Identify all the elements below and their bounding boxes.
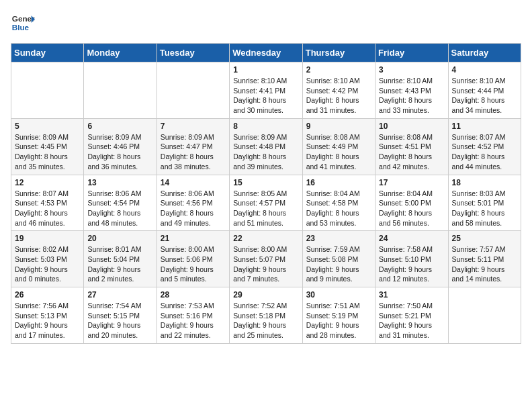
day-info: Sunrise: 8:01 AMSunset: 5:04 PMDaylight:… <box>87 244 152 284</box>
day-number: 9 <box>306 122 371 131</box>
day-number: 30 <box>306 290 371 300</box>
day-number: 14 <box>161 178 226 187</box>
calendar-week-1: 1Sunrise: 8:10 AMSunset: 4:41 PMDaylight… <box>11 62 521 119</box>
day-number: 23 <box>306 234 371 243</box>
day-number: 15 <box>233 178 298 187</box>
calendar-cell: 8Sunrise: 8:09 AMSunset: 4:48 PMDaylight… <box>230 118 302 175</box>
day-info: Sunrise: 7:51 AMSunset: 5:19 PMDaylight:… <box>306 301 371 340</box>
day-number: 3 <box>379 65 444 75</box>
day-info: Sunrise: 8:04 AMSunset: 4:58 PMDaylight:… <box>306 189 371 228</box>
page-header: General Blue <box>11 11 521 35</box>
calendar-cell <box>157 62 229 119</box>
day-info: Sunrise: 8:09 AMSunset: 4:47 PMDaylight:… <box>161 132 226 172</box>
day-info: Sunrise: 8:10 AMSunset: 4:44 PMDaylight:… <box>452 76 517 116</box>
weekday-header-friday: Friday <box>375 44 448 62</box>
calendar-cell: 30Sunrise: 7:51 AMSunset: 5:19 PMDayligh… <box>302 287 375 344</box>
calendar-cell: 28Sunrise: 7:53 AMSunset: 5:16 PMDayligh… <box>157 287 229 344</box>
calendar-cell <box>448 287 521 344</box>
day-number: 24 <box>379 234 444 243</box>
weekday-header-thursday: Thursday <box>302 44 375 62</box>
calendar-cell: 9Sunrise: 8:08 AMSunset: 4:49 PMDaylight… <box>302 118 375 175</box>
day-number: 21 <box>161 234 226 243</box>
day-number: 31 <box>379 290 444 300</box>
calendar-cell: 1Sunrise: 8:10 AMSunset: 4:41 PMDaylight… <box>230 62 302 119</box>
calendar-table: SundayMondayTuesdayWednesdayThursdayFrid… <box>11 43 521 344</box>
calendar-cell <box>84 62 157 119</box>
day-info: Sunrise: 8:00 AMSunset: 5:06 PMDaylight:… <box>161 244 226 284</box>
day-info: Sunrise: 8:07 AMSunset: 4:52 PMDaylight:… <box>452 132 517 172</box>
day-number: 13 <box>87 178 152 187</box>
svg-text:Blue: Blue <box>12 23 30 32</box>
day-number: 20 <box>87 234 152 243</box>
day-number: 29 <box>233 290 298 300</box>
day-number: 5 <box>15 122 80 131</box>
calendar-cell: 2Sunrise: 8:10 AMSunset: 4:42 PMDaylight… <box>302 62 375 119</box>
day-number: 19 <box>15 234 80 243</box>
day-info: Sunrise: 8:08 AMSunset: 4:51 PMDaylight:… <box>379 132 444 172</box>
day-info: Sunrise: 7:58 AMSunset: 5:10 PMDaylight:… <box>379 244 444 284</box>
calendar-week-5: 26Sunrise: 7:56 AMSunset: 5:13 PMDayligh… <box>11 287 521 344</box>
calendar-cell: 20Sunrise: 8:01 AMSunset: 5:04 PMDayligh… <box>84 231 157 287</box>
calendar-cell: 21Sunrise: 8:00 AMSunset: 5:06 PMDayligh… <box>157 231 229 287</box>
day-number: 26 <box>15 290 80 300</box>
weekday-header-saturday: Saturday <box>448 44 521 62</box>
day-info: Sunrise: 8:00 AMSunset: 5:07 PMDaylight:… <box>233 244 298 284</box>
weekday-header-monday: Monday <box>84 44 157 62</box>
day-info: Sunrise: 8:06 AMSunset: 4:54 PMDaylight:… <box>87 189 152 228</box>
logo: General Blue <box>11 11 35 35</box>
day-info: Sunrise: 8:02 AMSunset: 5:03 PMDaylight:… <box>15 244 80 284</box>
calendar-week-4: 19Sunrise: 8:02 AMSunset: 5:03 PMDayligh… <box>11 231 521 287</box>
day-info: Sunrise: 8:06 AMSunset: 4:56 PMDaylight:… <box>161 189 226 228</box>
calendar-cell: 23Sunrise: 7:59 AMSunset: 5:08 PMDayligh… <box>302 231 375 287</box>
day-number: 16 <box>306 178 371 187</box>
calendar-cell: 14Sunrise: 8:06 AMSunset: 4:56 PMDayligh… <box>157 175 229 231</box>
calendar-cell: 15Sunrise: 8:05 AMSunset: 4:57 PMDayligh… <box>230 175 302 231</box>
day-info: Sunrise: 7:53 AMSunset: 5:16 PMDaylight:… <box>161 301 226 340</box>
day-number: 8 <box>233 122 298 131</box>
day-number: 11 <box>452 122 517 131</box>
calendar-cell: 13Sunrise: 8:06 AMSunset: 4:54 PMDayligh… <box>84 175 157 231</box>
day-number: 2 <box>306 65 371 75</box>
day-info: Sunrise: 8:04 AMSunset: 5:00 PMDaylight:… <box>379 189 444 228</box>
day-info: Sunrise: 7:54 AMSunset: 5:15 PMDaylight:… <box>87 301 152 340</box>
day-number: 28 <box>161 290 226 300</box>
calendar-cell: 11Sunrise: 8:07 AMSunset: 4:52 PMDayligh… <box>448 118 521 175</box>
calendar-cell: 17Sunrise: 8:04 AMSunset: 5:00 PMDayligh… <box>375 175 448 231</box>
calendar-cell: 19Sunrise: 8:02 AMSunset: 5:03 PMDayligh… <box>11 231 84 287</box>
calendar-cell: 7Sunrise: 8:09 AMSunset: 4:47 PMDaylight… <box>157 118 229 175</box>
day-number: 22 <box>233 234 298 243</box>
calendar-cell: 24Sunrise: 7:58 AMSunset: 5:10 PMDayligh… <box>375 231 448 287</box>
day-info: Sunrise: 8:09 AMSunset: 4:48 PMDaylight:… <box>233 132 298 172</box>
calendar-week-3: 12Sunrise: 8:07 AMSunset: 4:53 PMDayligh… <box>11 175 521 231</box>
day-number: 1 <box>233 65 298 75</box>
day-info: Sunrise: 7:56 AMSunset: 5:13 PMDaylight:… <box>15 301 80 340</box>
calendar-cell: 5Sunrise: 8:09 AMSunset: 4:45 PMDaylight… <box>11 118 84 175</box>
calendar-cell <box>11 62 84 119</box>
calendar-cell: 10Sunrise: 8:08 AMSunset: 4:51 PMDayligh… <box>375 118 448 175</box>
weekday-header-sunday: Sunday <box>11 44 84 62</box>
calendar-cell: 16Sunrise: 8:04 AMSunset: 4:58 PMDayligh… <box>302 175 375 231</box>
weekday-header-tuesday: Tuesday <box>157 44 229 62</box>
day-number: 10 <box>379 122 444 131</box>
day-info: Sunrise: 8:10 AMSunset: 4:42 PMDaylight:… <box>306 76 371 116</box>
day-number: 17 <box>379 178 444 187</box>
day-info: Sunrise: 7:57 AMSunset: 5:11 PMDaylight:… <box>452 244 517 284</box>
day-number: 25 <box>452 234 517 243</box>
day-number: 18 <box>452 178 517 187</box>
calendar-cell: 25Sunrise: 7:57 AMSunset: 5:11 PMDayligh… <box>448 231 521 287</box>
day-info: Sunrise: 7:52 AMSunset: 5:18 PMDaylight:… <box>233 301 298 340</box>
calendar-cell: 22Sunrise: 8:00 AMSunset: 5:07 PMDayligh… <box>230 231 302 287</box>
calendar-cell: 12Sunrise: 8:07 AMSunset: 4:53 PMDayligh… <box>11 175 84 231</box>
day-number: 27 <box>87 290 152 300</box>
calendar-cell: 26Sunrise: 7:56 AMSunset: 5:13 PMDayligh… <box>11 287 84 344</box>
weekday-header-row: SundayMondayTuesdayWednesdayThursdayFrid… <box>11 44 521 62</box>
day-info: Sunrise: 8:07 AMSunset: 4:53 PMDaylight:… <box>15 189 80 228</box>
day-info: Sunrise: 8:09 AMSunset: 4:45 PMDaylight:… <box>15 132 80 172</box>
calendar-cell: 4Sunrise: 8:10 AMSunset: 4:44 PMDaylight… <box>448 62 521 119</box>
day-info: Sunrise: 7:50 AMSunset: 5:21 PMDaylight:… <box>379 301 444 340</box>
calendar-cell: 6Sunrise: 8:09 AMSunset: 4:46 PMDaylight… <box>84 118 157 175</box>
day-info: Sunrise: 8:10 AMSunset: 4:43 PMDaylight:… <box>379 76 444 116</box>
calendar-cell: 29Sunrise: 7:52 AMSunset: 5:18 PMDayligh… <box>230 287 302 344</box>
day-info: Sunrise: 7:59 AMSunset: 5:08 PMDaylight:… <box>306 244 371 284</box>
calendar-cell: 18Sunrise: 8:03 AMSunset: 5:01 PMDayligh… <box>448 175 521 231</box>
